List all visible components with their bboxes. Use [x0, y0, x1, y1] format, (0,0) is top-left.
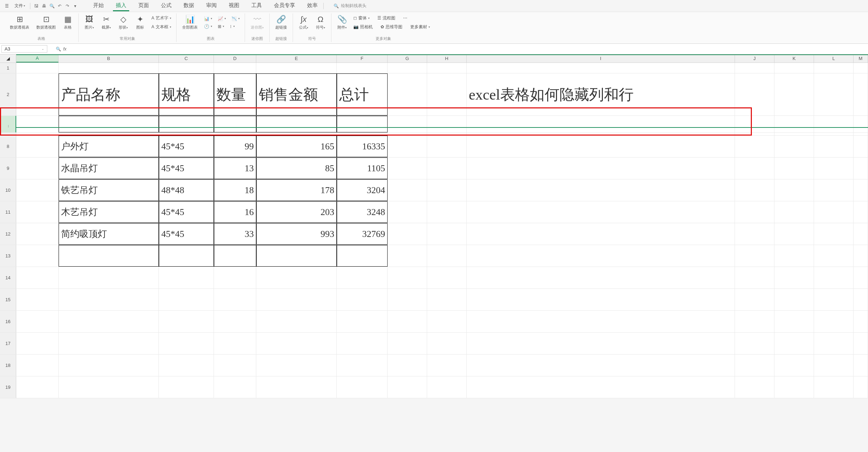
cell[interactable] — [256, 376, 337, 398]
attachment-button[interactable]: 📎附件▾ — [335, 13, 349, 31]
cell[interactable]: 203 — [256, 201, 337, 223]
cell[interactable] — [735, 179, 774, 201]
row-header-gap[interactable] — [0, 133, 16, 135]
cell[interactable] — [854, 267, 868, 289]
cell[interactable] — [854, 116, 868, 132]
cell[interactable] — [774, 116, 814, 132]
cell[interactable] — [59, 63, 159, 73]
row-header-16[interactable]: 16 — [0, 311, 16, 332]
picture-button[interactable]: 🖼图片▾ — [82, 13, 96, 31]
cell[interactable] — [59, 311, 159, 332]
row-header-11[interactable]: 11 — [0, 201, 16, 223]
cell[interactable]: 户外灯 — [59, 136, 159, 157]
cell[interactable] — [814, 267, 854, 289]
cell[interactable] — [735, 311, 774, 332]
cell[interactable] — [774, 267, 814, 289]
cell[interactable] — [214, 133, 256, 135]
cell[interactable] — [774, 376, 814, 398]
cell[interactable] — [814, 63, 854, 73]
cell[interactable] — [337, 245, 388, 267]
tab-tools[interactable]: 工具 — [249, 1, 265, 11]
chart-type-scatter[interactable]: ⊞▾ — [216, 23, 226, 30]
cell[interactable] — [388, 157, 427, 179]
print-icon[interactable]: 🖶 — [41, 3, 47, 9]
cell[interactable] — [427, 376, 467, 398]
cell[interactable] — [735, 376, 774, 398]
chart-type-more[interactable]: ⫶▾ — [228, 23, 236, 30]
cell[interactable] — [774, 63, 814, 73]
cell[interactable]: 33 — [214, 223, 256, 245]
cell[interactable] — [814, 289, 854, 310]
cell[interactable] — [256, 133, 337, 135]
more-material-button[interactable]: 更多素材▾ — [409, 23, 431, 31]
cell[interactable] — [159, 116, 214, 132]
cell[interactable] — [467, 289, 735, 310]
cell[interactable] — [467, 245, 735, 267]
row-header-8[interactable]: 8 — [0, 136, 16, 157]
qat-dropdown-icon[interactable]: ▾ — [72, 3, 78, 9]
cell[interactable] — [774, 289, 814, 310]
cell[interactable] — [256, 116, 337, 132]
cell[interactable] — [774, 133, 814, 135]
cell[interactable] — [337, 355, 388, 376]
cell[interactable] — [735, 223, 774, 245]
cell[interactable] — [814, 179, 854, 201]
cell[interactable] — [256, 289, 337, 310]
save-icon[interactable]: 🖫 — [33, 3, 40, 9]
hidden-rows-indicator[interactable]: ⁞ — [0, 124, 16, 128]
cell[interactable] — [388, 116, 427, 132]
cell[interactable] — [854, 311, 868, 332]
cell[interactable] — [59, 267, 159, 289]
cell[interactable] — [256, 311, 337, 332]
cell-qty[interactable]: 数量 — [214, 73, 256, 115]
cell[interactable] — [214, 116, 256, 132]
row-header-19[interactable]: 19 — [0, 376, 16, 398]
cell[interactable] — [814, 355, 854, 376]
col-header-l[interactable]: L — [814, 54, 854, 63]
cell[interactable] — [774, 245, 814, 267]
mindmap-button[interactable]: ✿思维导图 — [379, 23, 404, 31]
pivot-chart-button[interactable]: ⊡数据透视图 — [34, 13, 58, 31]
wordart-button[interactable]: A艺术字▾ — [150, 14, 173, 22]
cell[interactable] — [427, 333, 467, 354]
cell[interactable] — [388, 63, 427, 73]
cell[interactable] — [388, 355, 427, 376]
cell[interactable] — [388, 201, 427, 223]
cell[interactable] — [467, 333, 735, 354]
pivot-table-button[interactable]: ⊞数据透视表 — [8, 13, 31, 31]
row-header-9[interactable]: 9 — [0, 157, 16, 179]
cell[interactable] — [854, 157, 868, 179]
cell[interactable] — [735, 116, 774, 132]
cell[interactable] — [427, 116, 467, 132]
cell[interactable] — [735, 136, 774, 157]
cell[interactable] — [427, 157, 467, 179]
tab-member[interactable]: 会员专享 — [271, 1, 298, 11]
col-header-g[interactable]: G — [388, 54, 427, 63]
cell[interactable]: 16335 — [337, 136, 388, 157]
cell[interactable] — [16, 311, 59, 332]
tab-efficiency[interactable]: 效率 — [304, 1, 321, 11]
col-header-a[interactable]: A — [16, 54, 59, 63]
cell[interactable] — [814, 223, 854, 245]
cell[interactable] — [467, 311, 735, 332]
cell[interactable]: 3204 — [337, 179, 388, 201]
cell[interactable] — [854, 355, 868, 376]
cell[interactable] — [854, 376, 868, 398]
cell[interactable] — [16, 136, 59, 157]
cell[interactable] — [214, 267, 256, 289]
cell[interactable] — [854, 73, 868, 115]
cell[interactable] — [214, 355, 256, 376]
tab-formula[interactable]: 公式 — [158, 1, 174, 11]
cell[interactable] — [427, 63, 467, 73]
row-header-12[interactable]: 12 — [0, 223, 16, 245]
cell[interactable] — [159, 267, 214, 289]
cell[interactable] — [16, 245, 59, 267]
cell[interactable] — [735, 63, 774, 73]
cell[interactable] — [427, 133, 467, 135]
cell[interactable] — [256, 333, 337, 354]
cell[interactable] — [337, 376, 388, 398]
cell[interactable] — [774, 73, 814, 115]
cell[interactable] — [814, 333, 854, 354]
cell[interactable] — [159, 333, 214, 354]
all-charts-button[interactable]: 📊全部图表 — [180, 13, 200, 31]
